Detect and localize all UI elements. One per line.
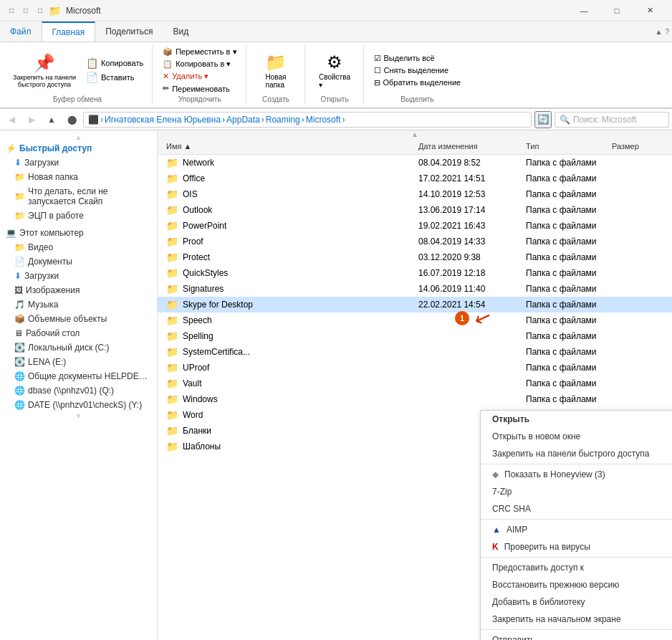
sidebar-item-docs[interactable]: 📄 Документы: [0, 254, 157, 269]
path-roaming[interactable]: Roaming: [266, 115, 300, 125]
new-folder-button[interactable]: 📁 Новаяпапка: [261, 51, 291, 90]
sidebar-item-helpdesk[interactable]: 🌐 Общие документы HELPDESK (\\knote038) …: [0, 369, 157, 383]
sidebar-item-downloads2[interactable]: ⬇ Загрузки: [0, 269, 157, 283]
ctx-antivirus[interactable]: K Проверить на вирусы: [481, 538, 672, 555]
file-row[interactable]: 📁 PowerPoint 19.02.2021 16:43 Папка с фа…: [158, 218, 672, 234]
sidebar-item-quick-access[interactable]: ⚡ Быстрый доступ: [0, 141, 157, 156]
folder-icon2: 📁: [14, 191, 25, 201]
paste-button[interactable]: 📄 Вставить: [83, 71, 146, 84]
sidebar-item-desktop[interactable]: 🖥 Рабочий стол: [0, 326, 157, 340]
up-button[interactable]: ▲: [43, 111, 60, 128]
close-button[interactable]: ✕: [633, 0, 666, 22]
disk-c-label: Локальный диск (C:): [28, 343, 110, 353]
invert-selection-button[interactable]: ⊟Обратить выделение: [371, 77, 464, 88]
file-row[interactable]: 📁 Windows Папка с файлами: [158, 391, 672, 407]
ctx-honeyview[interactable]: ◆ Показать в Honeyview (3): [481, 466, 672, 483]
ctx-share[interactable]: Предоставить доступ к ›: [481, 559, 672, 576]
date-icon: 🌐: [14, 400, 25, 410]
ribbon-group-clipboard: 📌 Закрепить на панелибыстрого доступа 📋 …: [3, 45, 153, 105]
sidebar-item-skype-help[interactable]: 📁 Что делать, если не запускается Скайп: [0, 184, 157, 209]
deselect-button[interactable]: ☐Снять выделение: [371, 65, 464, 76]
path-microsoft[interactable]: Microsoft: [306, 115, 341, 125]
back-button[interactable]: ◀: [3, 111, 20, 128]
sidebar-item-images[interactable]: 🖼 Изображения: [0, 283, 157, 297]
file-row[interactable]: 📁 Network 08.04.2019 8:52 Папка с файлам…: [158, 155, 672, 171]
tab-share[interactable]: Поделиться: [95, 22, 163, 42]
forward-icon2[interactable]: □: [34, 5, 46, 16]
file-row[interactable]: 📁 OIS 14.10.2019 12:53 Папка с файлами: [158, 186, 672, 202]
search-box[interactable]: 🔍 Поиск: Microsoft: [555, 112, 669, 128]
ctx-add-library[interactable]: Добавить в библиотеку ›: [481, 593, 672, 611]
file-row[interactable]: 📁 SystemCertifica... Папка с файлами: [158, 344, 672, 360]
properties-button[interactable]: ⚙ Свойства▾: [315, 51, 355, 90]
file-row[interactable]: 📁 Outlook 13.06.2019 17:14 Папка с файла…: [158, 202, 672, 218]
ctx-restore-version[interactable]: Восстановить прежнюю версию: [481, 576, 672, 593]
dl-label: Загрузки: [24, 271, 59, 281]
ctx-crcsha[interactable]: CRC SHA ›: [481, 500, 672, 517]
ctx-pin-start-label: Закрепить на начальном экране: [492, 614, 621, 624]
ribbon-content: 📌 Закрепить на панелибыстрого доступа 📋 …: [0, 42, 672, 108]
ctx-open-new-window[interactable]: Открыть в новом окне: [481, 428, 672, 445]
downloads-icon: ⬇: [14, 158, 21, 168]
file-name-office: 📁 Office: [163, 171, 416, 186]
file-row[interactable]: 📁 Office 17.02.2021 14:51 Папка с файлам…: [158, 171, 672, 186]
col-type[interactable]: Тип: [523, 140, 609, 153]
sidebar-item-3d[interactable]: 📦 Объемные объекты: [0, 312, 157, 326]
sidebar-item-dbase[interactable]: 🌐 dbase (\\pnhzv01) (Q:): [0, 383, 157, 398]
tab-file[interactable]: Файл: [0, 22, 42, 42]
context-menu: Открыть Открыть в новом окне Закрепить н…: [480, 410, 672, 640]
copy-button[interactable]: 📋 Копировать: [83, 57, 146, 70]
select-all-button[interactable]: ☑Выделить всё: [371, 53, 464, 64]
file-row[interactable]: 📁 Proof 08.04.2019 14:33 Папка с файлами: [158, 234, 672, 249]
maximize-button[interactable]: □: [600, 0, 633, 22]
sidebar-item-this-pc[interactable]: 💻 Этот компьютер: [0, 226, 157, 240]
move-to-button[interactable]: 📦Переместить в ▾: [160, 47, 239, 57]
ctx-send-to[interactable]: Отправить ›: [481, 631, 672, 640]
ctx-7zip[interactable]: 7-Zip ›: [481, 483, 672, 500]
copy-icon: 📋: [86, 57, 98, 69]
quick-access-icon[interactable]: □: [6, 5, 17, 16]
col-size[interactable]: Размер: [609, 140, 666, 153]
file-row[interactable]: 📁 QuickStyles 16.07.2019 12:18 Папка с ф…: [158, 265, 672, 281]
file-row[interactable]: 📁 UProof Папка с файлами: [158, 360, 672, 376]
sidebar-item-music[interactable]: 🎵 Музыка: [0, 297, 157, 312]
ctx-open[interactable]: Открыть: [481, 411, 672, 428]
file-row[interactable]: 📁 Speech Папка с файлами: [158, 312, 672, 328]
ctx-aimp-icon: ▲: [492, 525, 501, 535]
sidebar-item-video[interactable]: 📁 Видео: [0, 240, 157, 254]
sidebar-item-new-folder[interactable]: 📁 Новая папка: [0, 170, 157, 184]
sidebar-item-downloads[interactable]: ⬇ Загрузки: [0, 156, 157, 170]
ctx-aimp[interactable]: ▲ AIMP ›: [481, 521, 672, 538]
refresh-button[interactable]: 🔄: [534, 111, 552, 128]
pin-button[interactable]: 📌 Закрепить на панелибыстрого доступа: [9, 52, 80, 90]
file-row-skype[interactable]: 📁 Skype for Desktop 22.02.2021 14:54 Пап…: [158, 297, 672, 312]
path-user[interactable]: Игнатовская Елена Юрьевна: [105, 115, 221, 125]
paste-icon: 📄: [86, 72, 98, 83]
delete-button[interactable]: ✕Удалить ▾: [160, 71, 239, 82]
col-name[interactable]: Имя ▲: [163, 140, 416, 153]
path-appdata[interactable]: AppData: [226, 115, 260, 125]
sidebar-item-ecp[interactable]: 📁 ЭЦП в работе: [0, 209, 157, 223]
file-row[interactable]: 📁 Protect 03.12.2020 9:38 Папка с файлам…: [158, 249, 672, 265]
forward-button[interactable]: ▶: [23, 111, 40, 128]
ctx-pin-start[interactable]: Закрепить на начальном экране: [481, 611, 672, 628]
address-path[interactable]: ⬛ › Игнатовская Елена Юрьевна › AppData …: [83, 112, 532, 128]
tab-home[interactable]: Главная: [42, 22, 96, 42]
copy-to-button[interactable]: 📋Копировать в ▾: [160, 59, 239, 70]
rename-button[interactable]: ✏Переименовать: [160, 83, 239, 94]
sidebar-item-lena[interactable]: 💽 LENA (E:): [0, 355, 157, 369]
sidebar-item-disk-c[interactable]: 💽 Локальный диск (C:): [0, 340, 157, 355]
back-icon2[interactable]: □: [20, 5, 32, 16]
sidebar-item-date[interactable]: 🌐 DATE (\\pnhzv01\checkS) (Y:): [0, 398, 157, 412]
path-home[interactable]: ⬛: [88, 115, 99, 125]
file-name-outlook: 📁 Outlook: [163, 203, 416, 217]
ctx-antivirus-label: Проверить на вирусы: [504, 542, 590, 552]
file-row[interactable]: 📁 Vault Папка с файлами: [158, 376, 672, 391]
recent-button[interactable]: ⬤: [63, 111, 80, 128]
file-row[interactable]: 📁 Spelling Папка с файлами: [158, 328, 672, 344]
file-row[interactable]: 📁 Signatures 14.06.2019 11:40 Папка с фа…: [158, 281, 672, 297]
col-date[interactable]: Дата изменения: [416, 140, 523, 153]
tab-view[interactable]: Вид: [163, 22, 198, 42]
minimize-button[interactable]: —: [567, 0, 600, 22]
ctx-pin-quickaccess[interactable]: Закрепить на панели быстрого доступа: [481, 445, 672, 462]
